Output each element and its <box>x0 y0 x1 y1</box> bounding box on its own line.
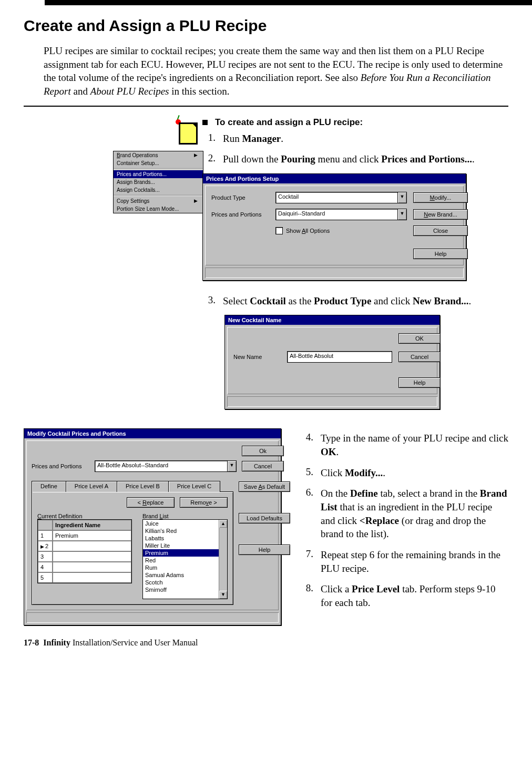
step-8: 8. Click a Price Level tab. Perform step… <box>300 582 508 609</box>
note-icon <box>179 122 198 143</box>
prices-portions-combo[interactable]: All-Bottle Absolut--Standard▼ <box>95 460 237 472</box>
menu-item-copy-settings[interactable]: Copy Settings▶ <box>114 197 203 205</box>
dialog-title: Modify Cocktail Prices and Portions <box>24 429 281 438</box>
list-item: Killian's Red <box>143 527 219 535</box>
new-cocktail-name-dialog: New Cocktail Name OK New Name All-Bottle… <box>224 315 440 409</box>
prices-portions-dialog: Prices And Portions Setup Product Type C… <box>202 173 466 281</box>
list-item: Red <box>143 557 219 564</box>
cancel-button[interactable]: Cancel <box>242 461 284 471</box>
help-button[interactable]: Help <box>239 545 290 555</box>
tab-price-level-a[interactable]: Price Level A <box>66 481 117 492</box>
list-item: Labatts <box>143 535 219 542</box>
tab-price-level-b[interactable]: Price Level B <box>117 481 169 492</box>
list-item: Scotch <box>143 579 219 586</box>
step-2: 2. Pull down the Pouring menu and click … <box>202 152 508 166</box>
list-item: Smirnoff <box>143 586 219 593</box>
close-button[interactable]: Close <box>413 225 468 236</box>
prices-portions-label: Prices and Portions <box>211 211 269 218</box>
chevron-down-icon[interactable]: ▼ <box>398 192 407 203</box>
table-row: 1Premium <box>38 530 131 541</box>
product-type-label: Product Type <box>211 194 269 201</box>
scrollbar[interactable]: ▲▼ <box>219 520 227 599</box>
step-6: 6. On the Define tab, select a brand in … <box>300 487 508 541</box>
step-5: 5. Click Modify.... <box>300 466 508 480</box>
submenu-arrow-icon: ▶ <box>194 198 198 203</box>
step-4: 4. Type in the name of your PLU recipe a… <box>300 432 508 458</box>
dialog-title: New Cocktail Name <box>225 315 439 325</box>
page-footer: 17-8 Infinity Installation/Service and U… <box>24 638 508 648</box>
brand-listbox[interactable]: Juice Killian's Red Labatts Miller Lite … <box>142 519 228 599</box>
status-bar <box>205 268 464 278</box>
modify-button[interactable]: Modify... <box>413 192 468 203</box>
tab-define[interactable]: Define <box>32 481 66 492</box>
new-brand-button[interactable]: New Brand... <box>413 209 468 220</box>
prices-portions-combo[interactable]: Daiquiri--Standard▼ <box>275 209 407 220</box>
new-name-input[interactable]: All-Bottle Absolut <box>287 351 392 363</box>
menu-item-assign-cocktails[interactable]: Assign Cocktails... <box>114 186 203 194</box>
product-type-combo[interactable]: Cocktail▼ <box>275 192 407 203</box>
menu-item-assign-brands[interactable]: Assign Brands... <box>114 178 203 186</box>
list-item: Miller Lite <box>143 542 219 549</box>
status-bar <box>26 612 279 623</box>
current-definition-label: Current Definition <box>37 513 132 519</box>
modify-cocktail-dialog: Modify Cocktail Prices and Portions Ok P… <box>24 428 281 625</box>
list-item: Samual Adams <box>143 571 219 579</box>
list-item: Premium <box>143 549 219 557</box>
menu-item-container-setup[interactable]: Container Setup... <box>114 159 203 167</box>
table-row: 4 <box>38 562 131 572</box>
page-rule <box>45 0 532 5</box>
load-defaults-button[interactable]: Load Defaults <box>239 513 290 523</box>
help-button[interactable]: Help <box>413 249 468 259</box>
replace-button[interactable]: < Replace <box>127 497 175 508</box>
procedure-heading: To create and assign a PLU recipe: <box>202 117 508 128</box>
menu-item-prices-portions[interactable]: Prices and Portions... <box>114 170 203 178</box>
prices-portions-label: Prices and Portions <box>32 463 89 469</box>
page-title: Create and Assign a PLU Recipe <box>24 17 508 35</box>
ok-button[interactable]: OK <box>398 333 441 344</box>
step-1: 1. Run Manager. <box>202 132 508 146</box>
menu-item-portion-learn[interactable]: Portion Size Learn Mode... <box>114 205 203 213</box>
submenu-arrow-icon: ▶ <box>194 152 198 158</box>
save-default-button[interactable]: Save As Default <box>239 481 290 492</box>
step-3: 3. Select Cocktail as the Product Type a… <box>202 294 508 308</box>
brand-list-label: Brand List <box>142 513 228 519</box>
scroll-up-icon: ▲ <box>219 520 227 528</box>
new-name-label: New Name <box>233 354 281 360</box>
cancel-button[interactable]: Cancel <box>398 352 441 362</box>
dialog-title: Prices And Portions Setup <box>203 174 466 183</box>
help-button[interactable]: Help <box>398 377 441 388</box>
table-row: 2 <box>38 541 131 551</box>
ok-button[interactable]: Ok <box>242 446 284 456</box>
tab-price-level-c[interactable]: Price Level C <box>168 481 220 492</box>
ingredient-table[interactable]: Ingredient Name 1Premium 2 3 4 5 <box>37 519 132 583</box>
chevron-down-icon[interactable]: ▼ <box>228 460 237 472</box>
bullet-square-icon <box>202 120 208 125</box>
table-row: 3 <box>38 551 131 562</box>
pouring-menu: BBrand Operationsrand Operations▶ Contai… <box>113 151 203 213</box>
menu-item-brand-operations[interactable]: BBrand Operationsrand Operations▶ <box>114 151 203 159</box>
list-item: Rum <box>143 564 219 571</box>
status-bar <box>227 396 437 407</box>
show-all-checkbox[interactable]: Show All Options <box>275 227 407 234</box>
scroll-down-icon: ▼ <box>219 591 227 599</box>
step-7: 7. Repeat step 6 for the remaining brand… <box>300 548 508 575</box>
remove-button[interactable]: Remove > <box>180 497 228 508</box>
divider <box>24 106 508 107</box>
table-row: 5 <box>38 572 131 583</box>
chevron-down-icon[interactable]: ▼ <box>398 209 407 220</box>
intro-paragraph: PLU recipes are similar to cocktail reci… <box>44 44 508 98</box>
list-item: Juice <box>143 520 219 527</box>
